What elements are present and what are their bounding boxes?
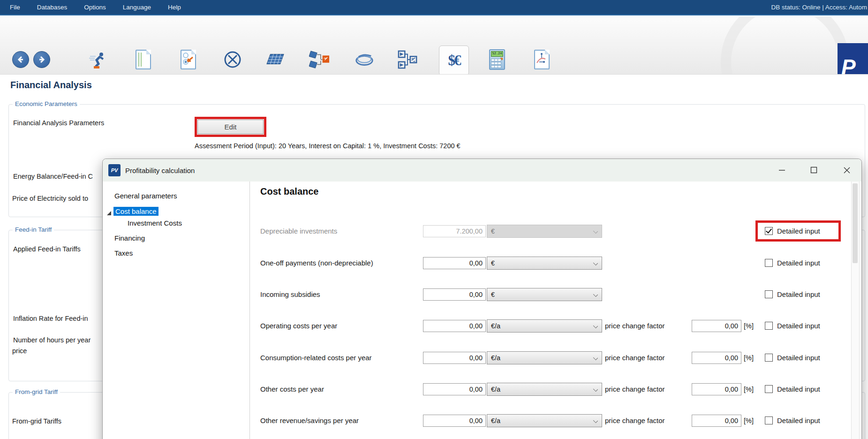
system-diagram-button[interactable] — [398, 49, 418, 70]
close-circle-icon — [223, 50, 242, 69]
cost-row-operating-costs-per-year: Operating costs per year0,00€/aprice cha… — [103, 319, 861, 333]
group-label: Economic Parameters — [13, 100, 80, 107]
inflation-rate-label: Inflation Rate for Feed-in — [13, 315, 88, 322]
value-input-consumption-related-costs-per-year[interactable]: 0,00 — [423, 352, 486, 364]
new-project-button[interactable] — [133, 49, 153, 70]
detailed-input-checkbox-depreciable-investments[interactable] — [765, 227, 773, 235]
edit-button[interactable]: Edit — [197, 120, 264, 134]
field-label: Incoming subsidies — [260, 288, 320, 301]
field-label: Other costs per year — [260, 383, 324, 396]
calculator-display: 52.24 — [491, 51, 503, 57]
field-label: Depreciable investments — [260, 225, 337, 238]
menu-databases[interactable]: Databases — [37, 4, 68, 11]
detailed-input-checkbox-other-revenue-savings-per-year[interactable] — [765, 416, 773, 424]
nav-item-cost-balance[interactable]: Cost balance — [113, 207, 159, 216]
value-input-operating-costs-per-year[interactable]: 0,00 — [423, 320, 486, 332]
percent-suffix-label: [%] — [744, 319, 754, 333]
cost-row-depreciable-investments: Depreciable investments7.200,00€Detailed… — [103, 225, 861, 238]
menu-options[interactable]: Options — [84, 4, 106, 11]
value-input-incoming-subsidies[interactable]: 0,00 — [423, 288, 486, 301]
detailed-input-checkbox-other-costs-per-year[interactable] — [765, 385, 773, 393]
import-project-button[interactable] — [178, 49, 198, 70]
cable-button[interactable] — [354, 49, 375, 70]
pv-module-button[interactable] — [265, 49, 286, 70]
detailed-input-label: Detailed input — [777, 225, 820, 238]
percent-suffix-label: [%] — [744, 414, 754, 427]
price-change-input-other-costs-per-year[interactable]: 0,00 — [692, 383, 741, 395]
financial-analysis-parameters-label: Financial Analysis Parameters — [13, 119, 104, 127]
group-label: From-grid Tariff — [13, 388, 60, 395]
characteristic-curve-report-icon — [534, 50, 550, 69]
assessment-summary: Assessment Period (Input): 20 Years, Int… — [195, 142, 460, 150]
forward-button[interactable] — [31, 49, 52, 70]
cost-row-incoming-subsidies: Incoming subsidies0,00€Detailed input — [103, 288, 861, 301]
financial-analysis-button-selected[interactable]: $€ — [439, 45, 469, 75]
price-change-input-consumption-related-costs-per-year[interactable]: 0,00 — [692, 352, 741, 364]
calculator-icon: 52.24 — [489, 49, 505, 70]
value-input-other-costs-per-year[interactable]: 0,00 — [423, 383, 486, 395]
unit-value: € — [491, 259, 495, 267]
detailed-input-checkbox-one-off-payments-non-depreciable[interactable] — [765, 259, 773, 267]
unit-select-operating-costs-per-year[interactable]: €/a — [487, 319, 602, 333]
menu-bar: FileDatabasesOptionsLanguageHelp DB stat… — [0, 0, 868, 15]
price-change-factor-label: price change factor — [605, 319, 665, 333]
percent-suffix-label: [%] — [744, 351, 754, 364]
menu-help[interactable]: Help — [168, 4, 181, 11]
dialog-title: Profitability calculation — [125, 167, 195, 174]
from-grid-tariffs-label: From-grid Tariffs — [12, 417, 61, 425]
group-label: Feed-in Tariff — [13, 226, 54, 233]
close-button[interactable] — [836, 159, 858, 181]
detailed-input-checkbox-incoming-subsidies[interactable] — [765, 290, 773, 298]
maximize-icon — [810, 167, 817, 174]
quick-design-runner-icon — [87, 50, 107, 69]
price-change-factor-label: price change factor — [605, 383, 665, 396]
nav-item-general-parameters[interactable]: General parameters — [114, 192, 177, 200]
unit-value: €/a — [491, 354, 500, 362]
close-icon — [843, 167, 851, 174]
detailed-input-checkbox-operating-costs-per-year[interactable] — [765, 322, 773, 330]
pv-module-icon — [265, 51, 286, 68]
quick-design-button[interactable] — [87, 49, 107, 70]
detailed-input-checkbox-consumption-related-costs-per-year[interactable] — [765, 354, 773, 362]
close-project-button[interactable] — [222, 49, 243, 70]
unit-value: €/a — [491, 322, 500, 330]
nav-item-taxes[interactable]: Taxes — [114, 249, 133, 257]
unit-select-consumption-related-costs-per-year[interactable]: €/a — [487, 351, 602, 364]
minimize-button[interactable] — [771, 159, 793, 181]
unit-select-one-off-payments-non-depreciable[interactable]: € — [487, 257, 602, 270]
characteristic-report-button[interactable] — [531, 49, 552, 70]
unit-select-other-costs-per-year[interactable]: €/a — [487, 383, 602, 396]
chevron-down-icon — [593, 418, 598, 423]
dialog-scrollbar[interactable] — [851, 182, 860, 439]
tree-expander-icon[interactable] — [106, 209, 112, 214]
db-status-text: DB status: Online | Access: Autom — [771, 0, 867, 15]
toolbar: $€ 52.24 P — [0, 16, 868, 75]
module-inverter-button[interactable] — [309, 49, 330, 70]
scrollbar-thumb[interactable] — [853, 183, 858, 263]
detailed-input-label: Detailed input — [777, 351, 820, 364]
maximize-button[interactable] — [803, 159, 824, 181]
logo-letter: P — [841, 54, 856, 75]
cost-balance-heading: Cost balance — [260, 186, 318, 197]
back-button[interactable] — [10, 49, 31, 70]
detailed-input-label: Detailed input — [777, 383, 820, 396]
unit-select-other-revenue-savings-per-year[interactable]: €/a — [487, 414, 602, 427]
price-change-input-operating-costs-per-year[interactable]: 0,00 — [692, 320, 741, 332]
dialog-titlebar[interactable]: PV Profitability calculation — [103, 159, 861, 182]
chevron-down-icon — [593, 356, 598, 360]
pvsol-logo: P — [838, 43, 868, 75]
detailed-input-label: Detailed input — [777, 319, 820, 333]
page-title: Financial Analysis — [10, 80, 92, 91]
price-change-input-other-revenue-savings-per-year[interactable]: 0,00 — [692, 415, 741, 427]
menu-file[interactable]: File — [10, 4, 20, 11]
menu-language[interactable]: Language — [123, 4, 151, 11]
menu-items: FileDatabasesOptionsLanguageHelp — [0, 4, 181, 11]
value-input-one-off-payments-non-depreciable[interactable]: 0,00 — [423, 257, 486, 269]
unit-value: € — [491, 291, 495, 298]
calculator-button[interactable]: 52.24 — [487, 49, 507, 70]
cost-row-one-off-payments-non-depreciable: One-off payments (non-depreciable)0,00€D… — [103, 257, 861, 270]
applied-feed-in-tariffs-label: Applied Feed-in Tariffs — [13, 245, 81, 253]
dialog-pv-icon: PV — [108, 164, 121, 176]
value-input-other-revenue-savings-per-year[interactable]: 0,00 — [423, 415, 486, 427]
unit-select-incoming-subsidies[interactable]: € — [487, 288, 602, 301]
